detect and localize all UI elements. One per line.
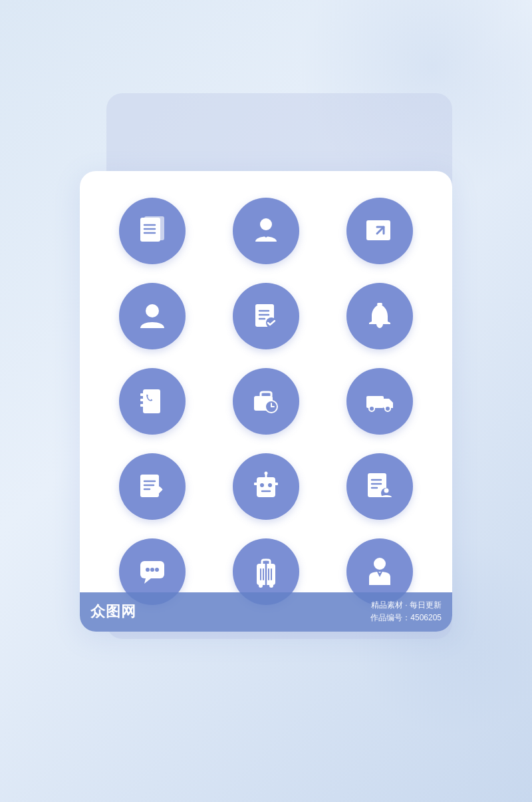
- svg-rect-34: [257, 477, 275, 497]
- task-check-icon[interactable]: [233, 283, 299, 349]
- watermark-site: 众图网: [90, 602, 136, 622]
- svg-rect-25: [366, 396, 384, 408]
- phone-book-icon[interactable]: [119, 368, 186, 435]
- layers-book-icon[interactable]: [119, 198, 186, 264]
- window-arrow-icon[interactable]: [346, 198, 413, 264]
- user-heart-icon[interactable]: [233, 198, 299, 264]
- svg-rect-40: [254, 483, 257, 485]
- icon-item-bell: [331, 283, 428, 349]
- icon-item-user: [104, 283, 201, 349]
- svg-point-61: [374, 558, 386, 570]
- svg-point-37: [260, 483, 264, 487]
- watermark-info: 精品素材 · 每日更新 作品编号：4506205: [370, 599, 442, 624]
- watermark-tagline: 精品素材 · 每日更新: [371, 600, 442, 610]
- svg-point-52: [155, 568, 159, 572]
- svg-rect-19: [140, 399, 144, 401]
- icon-card: 众图网 精品素材 · 每日更新 作品编号：4506205: [80, 171, 452, 632]
- svg-point-51: [150, 568, 154, 572]
- svg-point-10: [146, 304, 159, 317]
- doc-person-icon[interactable]: [346, 453, 413, 520]
- robot-face-icon[interactable]: [233, 453, 299, 520]
- icon-item-briefcase-clock: [217, 368, 315, 435]
- svg-point-38: [268, 483, 272, 487]
- note-edit-icon[interactable]: [119, 453, 186, 520]
- svg-point-6: [260, 218, 272, 230]
- icon-grid: [104, 198, 428, 605]
- icon-item-doc-person: [331, 453, 428, 520]
- delivery-truck-icon[interactable]: [346, 368, 413, 435]
- svg-rect-18: [140, 393, 144, 396]
- icon-item-truck: [331, 368, 428, 435]
- svg-rect-17: [143, 389, 160, 413]
- icon-item-user-heart: [217, 198, 315, 264]
- svg-rect-41: [275, 483, 278, 485]
- svg-point-27: [385, 406, 390, 411]
- svg-point-26: [369, 406, 374, 411]
- bell-icon[interactable]: [346, 283, 413, 349]
- watermark-work-number: 作品编号：4506205: [370, 613, 442, 622]
- svg-point-47: [384, 488, 388, 493]
- icon-item-task-check: [217, 283, 315, 349]
- svg-point-50: [146, 568, 150, 572]
- svg-point-60: [269, 584, 273, 588]
- icon-item-robot: [217, 453, 315, 520]
- user-icon[interactable]: [119, 283, 186, 349]
- watermark-bar: 众图网 精品素材 · 每日更新 作品编号：4506205: [80, 592, 452, 631]
- icon-item-phone-book: [104, 368, 201, 435]
- briefcase-clock-icon[interactable]: [233, 368, 299, 435]
- icon-item-layers-book: [104, 198, 201, 264]
- svg-marker-49: [144, 578, 151, 584]
- svg-point-59: [259, 584, 263, 588]
- svg-rect-8: [366, 220, 374, 240]
- icon-item-note-edit: [104, 453, 201, 520]
- svg-point-36: [264, 471, 267, 475]
- icon-item-window-arrow: [331, 198, 428, 264]
- svg-rect-16: [377, 303, 382, 305]
- svg-rect-20: [140, 404, 144, 407]
